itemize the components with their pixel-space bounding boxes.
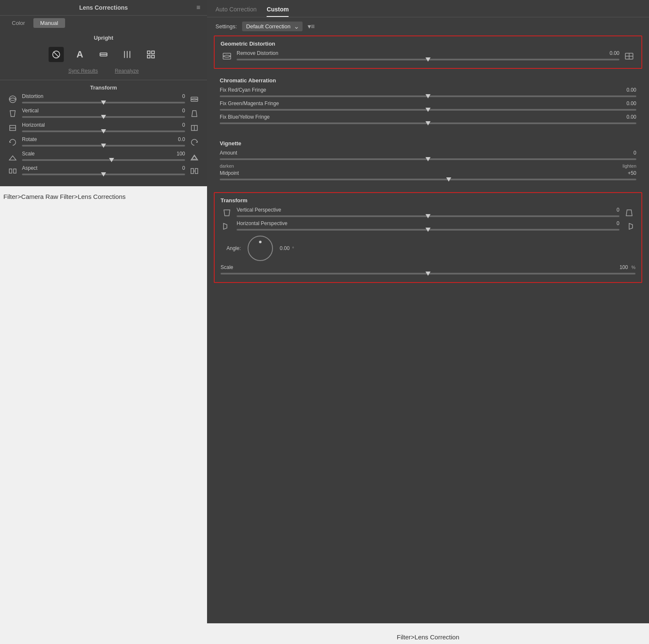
angle-unit: ° [292,246,294,251]
upright-level-icon[interactable] [96,47,111,62]
remove-distortion-right-icon [623,52,635,61]
horizontal-perspective-track[interactable] [237,229,619,231]
horizontal-track[interactable] [22,130,185,132]
vertical-thumb[interactable] [101,115,106,119]
upright-vertical-icon[interactable] [120,47,135,62]
reanalyze-link[interactable]: Reanalyze [115,68,139,74]
fix-blue-yellow-thumb[interactable] [425,121,431,125]
vertical-perspective-content: Vertical Perspective 0 [237,207,619,219]
fix-red-cyan-track[interactable] [220,95,636,97]
angle-label: Angle: [226,245,241,251]
vignette-amount-thumb[interactable] [425,157,431,161]
distortion-thumb[interactable] [101,101,106,105]
angle-value: 0.00 [280,245,289,251]
rotate-value: 0.0 [178,136,185,142]
settings-menu-icon[interactable]: ▾≡ [308,22,315,30]
rotate-slider-content: Rotate 0.0 [22,136,185,148]
angle-dial[interactable] [248,236,273,261]
fix-red-cyan-thumb[interactable] [425,94,431,98]
right-caption: Filter>Lens Correction [207,623,649,644]
vignette-amount-track[interactable] [220,158,636,160]
vertical-perspective-track[interactable] [237,215,619,217]
tab-color[interactable]: Color [5,18,32,28]
horizontal-perspective-thumb[interactable] [425,228,431,232]
right-scale-track[interactable] [221,273,635,274]
fix-green-magenta-value: 0.00 [627,101,636,106]
distortion-track[interactable] [22,102,185,103]
vignette-title: Vignette [220,140,636,147]
remove-distortion-track[interactable] [237,59,619,60]
horizontal-thumb[interactable] [101,129,106,133]
horizontal-perspective-right-icon [623,222,635,231]
vertical-perspective-thumb[interactable] [425,214,431,218]
horizontal-row: Horizontal 0 [7,122,200,134]
right-scale-label: Scale [221,264,233,270]
vertical-perspective-row: Vertical Perspective 0 [221,207,635,219]
panel-title: Lens Corrections [79,4,128,11]
svg-rect-8 [152,51,154,54]
remove-distortion-thumb[interactable] [425,57,431,62]
aspect-thumb[interactable] [101,172,106,177]
distortion-row: Distortion 0 [7,93,200,105]
svg-line-1 [54,52,59,57]
vignette-midpoint-thumb[interactable] [446,177,451,182]
svg-rect-19 [14,169,16,173]
scale-thumb[interactable] [109,158,114,162]
right-panel: Auto Correction Custom Settings: Default… [207,0,649,644]
vignette-amount-row: Amount 0 [220,150,636,162]
vertical-value: 0 [182,108,185,114]
aspect-track[interactable] [22,174,185,175]
tab-manual[interactable]: Manual [33,18,65,28]
horizontal-perspective-value: 0 [616,220,619,226]
fix-green-magenta-label: Fix Green/Magenta Fringe [220,101,279,106]
chromatic-aberration-title: Chromatic Aberration [220,77,636,84]
tab-auto-correction[interactable]: Auto Correction [215,4,256,17]
scale-label: Scale [22,151,35,157]
sync-row: Sync Results Reanalyze [0,65,207,76]
vignette-amount-label: Amount [220,150,237,156]
upright-auto-icon[interactable]: A [72,47,87,62]
right-scale-row: Scale 100 % [221,264,635,276]
scale-row: Scale 100 [7,151,200,163]
svg-point-11 [9,96,16,103]
settings-row: Settings: Default Correction ▾≡ [207,17,649,35]
upright-full-icon[interactable] [143,47,158,62]
scale-track[interactable] [22,159,185,161]
right-inner: Auto Correction Custom Settings: Default… [207,0,649,623]
lens-corrections-panel: Lens Corrections ≡ Color Manual Upright … [0,0,207,186]
distortion-value: 0 [182,93,185,99]
right-scale-unit: % [631,265,635,270]
right-scale-thumb[interactable] [425,272,431,276]
right-scale-value: 100 [619,264,628,270]
geometric-distortion-section: Geometric Distortion Remove Distortion 0… [214,35,642,69]
vertical-left-icon [7,109,19,118]
fix-blue-yellow-track[interactable] [220,122,636,124]
left-transform-title: Transform [7,84,200,91]
rotate-track[interactable] [22,145,185,147]
vignette-midpoint-value: +50 [628,170,636,176]
scale-slider-content: Scale 100 [22,151,185,163]
fix-green-magenta-track[interactable] [220,109,636,111]
horizontal-perspective-label: Horizontal Perspective [237,220,287,226]
fix-green-magenta-thumb[interactable] [425,108,431,112]
svg-rect-18 [9,169,12,173]
vertical-track[interactable] [22,116,185,118]
settings-dropdown-wrapper[interactable]: Default Correction [242,22,303,31]
scale-value: 100 [177,151,185,157]
settings-dropdown[interactable]: Default Correction [242,22,303,31]
tab-custom[interactable]: Custom [267,4,289,17]
fix-red-cyan-row: Fix Red/Cyan Fringe 0.00 [220,87,636,99]
left-caption: Filter>Camera Raw Filter>Lens Correction… [0,186,207,207]
vertical-perspective-right-icon [623,208,635,217]
upright-off-icon[interactable] [49,47,64,62]
sync-results-link[interactable]: Sync Results [68,68,98,74]
vertical-perspective-left-icon [221,208,233,217]
vignette-midpoint-track[interactable] [220,179,636,180]
remove-distortion-value: 0.00 [610,50,619,56]
rotate-thumb[interactable] [101,144,106,148]
aspect-right-icon [188,167,200,175]
horizontal-left-icon [7,124,19,132]
chromatic-aberration-section: Chromatic Aberration Fix Red/Cyan Fringe… [214,73,642,132]
panel-menu-icon[interactable]: ≡ [196,4,200,11]
rotate-left-icon [7,138,19,147]
